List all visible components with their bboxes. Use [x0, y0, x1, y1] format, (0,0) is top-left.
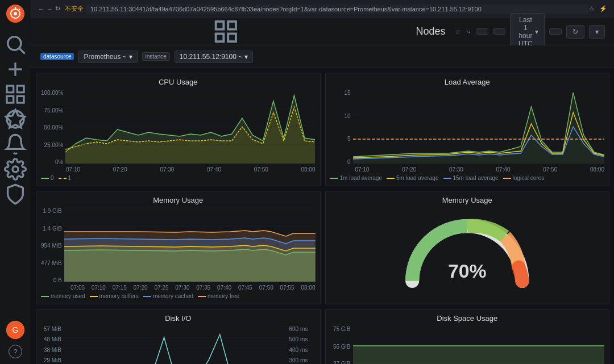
cpu-panel-title: CPU Usage	[41, 78, 316, 86]
sidebar: G ?	[0, 0, 31, 364]
bookmark-icon[interactable]: ☆	[589, 5, 595, 12]
load-y-axis: 15 10 5 0	[330, 90, 353, 165]
chevron-down-icon: ▾	[535, 28, 538, 36]
cpu-chart-area: 100.00% 75.00% 50.00% 25.00% 0%	[41, 90, 316, 165]
memory-y-axis: 1.9 GiB 1.4 GiB 954 MiB 477 MiB 0 B	[41, 208, 64, 283]
svg-rect-20	[216, 34, 224, 41]
legend-core1: 1	[59, 175, 72, 181]
gauge-svg: 70%	[399, 212, 536, 295]
svg-marker-46	[64, 249, 316, 282]
page-title: Nodes	[416, 26, 446, 37]
memory-x-axis: 07:05 07:10 07:15 07:20 07:25 07:30 07:3…	[41, 284, 316, 291]
sidebar-shield[interactable]	[4, 183, 27, 206]
star-icon[interactable]: ☆	[455, 28, 461, 36]
gauge-container: 70%	[394, 208, 541, 299]
variable-bar: datasource Prometheus ~ ▾ instance 10.21…	[31, 45, 614, 68]
disk-space-panel: Disk Space Usage 75 GiB 56 GiB 37 GiB 19…	[325, 309, 610, 364]
sidebar-dashboards[interactable]	[4, 83, 27, 106]
memory-chart-panel: Memory Usage 1.9 GiB 1.4 GiB 954 MiB 477…	[36, 191, 321, 304]
svg-rect-19	[228, 22, 236, 30]
disk-space-chart	[353, 326, 605, 364]
svg-rect-18	[216, 22, 224, 30]
load-average-panel: Load Average 15 10 5 0	[325, 73, 610, 186]
chevron-icon: ▾	[244, 53, 248, 61]
svg-rect-11	[7, 96, 14, 103]
disk-io-y-axis-right: 600 ms 500 ms 400 ms 300 ms 200 ms 100 m…	[287, 326, 316, 364]
load-legend: 1m load average 5m load average 15m load…	[330, 175, 605, 181]
main-content: ← → ↻ 不安全 10.211.55.11:30441/d/fa49a4706…	[31, 0, 614, 364]
refresh-button[interactable]: ↻	[566, 25, 584, 39]
memory-chart-title: Memory Usage	[41, 196, 316, 204]
browser-url[interactable]: 10.211.55.11:30441/d/fa49a4706d07a042595…	[86, 5, 589, 14]
disk-io-chart	[64, 326, 287, 364]
disk-space-y-axis: 75 GiB 56 GiB 37 GiB 19 GiB	[330, 326, 353, 364]
chevron-icon: ▾	[129, 53, 132, 61]
memory-legend: memory used memory buffers memory cached…	[41, 293, 316, 299]
nav-back[interactable]: ←	[38, 6, 44, 12]
gauge-value: 70%	[448, 260, 487, 282]
sidebar-alerts[interactable]	[4, 133, 27, 156]
legend-logical-cores: logical cores	[503, 175, 545, 181]
zoom-out-button[interactable]	[549, 28, 562, 34]
instance-label: instance	[142, 52, 170, 61]
nodes-icon	[40, 18, 412, 45]
load-chart	[353, 90, 605, 165]
svg-rect-10	[17, 86, 24, 93]
disk-io-area: 57 MiB 48 MiB 38 MiB 29 MiB 19 MiB 10 Mi…	[41, 326, 316, 364]
svg-line-6	[20, 49, 25, 54]
security-indicator: 不安全	[65, 5, 84, 13]
sidebar-add[interactable]	[4, 58, 27, 81]
svg-text:G: G	[13, 325, 19, 334]
memory-chart	[64, 208, 316, 283]
svg-marker-57	[353, 346, 605, 364]
settings-button[interactable]	[476, 28, 488, 34]
legend-mem-used: memory used	[41, 293, 85, 299]
legend-mem-buffers: memory buffers	[90, 293, 139, 299]
disk-space-title: Disk Space Usage	[330, 314, 605, 323]
load-chart-area: 15 10 5 0	[330, 90, 605, 165]
cpu-chart	[65, 90, 315, 165]
gauge-panel-title: Memory Usage	[442, 196, 492, 204]
extensions-icon[interactable]: ⚡	[599, 5, 607, 12]
sidebar-settings[interactable]	[4, 158, 27, 181]
grafana-logo[interactable]	[6, 5, 24, 23]
nav-forward[interactable]: →	[47, 6, 53, 12]
refresh-dropdown[interactable]: ▾	[589, 25, 605, 39]
legend-core0: 0	[41, 175, 54, 181]
sidebar-explore[interactable]	[4, 108, 27, 131]
datasource-label: datasource	[40, 53, 74, 60]
disk-io-title: Disk I/O	[41, 314, 316, 323]
share-icon[interactable]: ⤷	[466, 28, 471, 36]
instance-select[interactable]: 10.211.55.12:9100 ~ ▾	[175, 51, 253, 63]
disk-io-panel: Disk I/O 57 MiB 48 MiB 38 MiB 29 MiB 19 …	[36, 309, 321, 364]
legend-mem-free: memory free	[198, 293, 239, 299]
tv-button[interactable]	[493, 28, 505, 34]
load-panel-title: Load Average	[330, 78, 605, 86]
svg-point-15	[13, 166, 18, 172]
svg-rect-21	[228, 34, 236, 41]
svg-point-5	[8, 37, 21, 50]
time-range-button[interactable]: Last 1 hour UTC ▾	[510, 13, 545, 51]
memory-gauge-panel: Memory Usage 70%	[325, 191, 610, 304]
datasource-select[interactable]: Prometheus ~ ▾	[78, 51, 137, 63]
browser-actions: ☆ ⚡	[589, 5, 607, 12]
sidebar-search[interactable]	[4, 33, 27, 56]
disk-space-area: 75 GiB 56 GiB 37 GiB 19 GiB	[330, 326, 605, 364]
legend-1m: 1m load average	[330, 175, 383, 181]
disk-io-y-axis-left: 57 MiB 48 MiB 38 MiB 29 MiB 19 MiB 10 Mi…	[41, 326, 64, 364]
legend-15m: 15m load average	[443, 175, 499, 181]
legend-5m: 5m load average	[387, 175, 439, 181]
svg-rect-9	[7, 86, 14, 93]
dashboard-grid: CPU Usage 100.00% 75.00% 50.00% 25.00% 0…	[31, 68, 614, 364]
cpu-x-axis: 07:10 07:20 07:30 07:40 07:50 08:00	[41, 166, 316, 173]
sidebar-help[interactable]: ?	[9, 345, 22, 358]
cpu-y-axis: 100.00% 75.00% 50.00% 25.00% 0%	[41, 90, 65, 165]
cpu-legend: 0 1	[41, 175, 316, 181]
legend-mem-cached: memory cached	[143, 293, 193, 299]
dashboard-header: Nodes ☆ ⤷ Last 1 hour UTC ▾ ↻ ▾	[31, 18, 614, 45]
svg-rect-12	[17, 96, 24, 103]
cpu-usage-panel: CPU Usage 100.00% 75.00% 50.00% 25.00% 0…	[36, 73, 321, 186]
toolbar-right: Last 1 hour UTC ▾ ↻ ▾	[476, 13, 605, 51]
nav-refresh[interactable]: ↻	[55, 5, 60, 12]
user-avatar[interactable]: G	[6, 321, 24, 339]
